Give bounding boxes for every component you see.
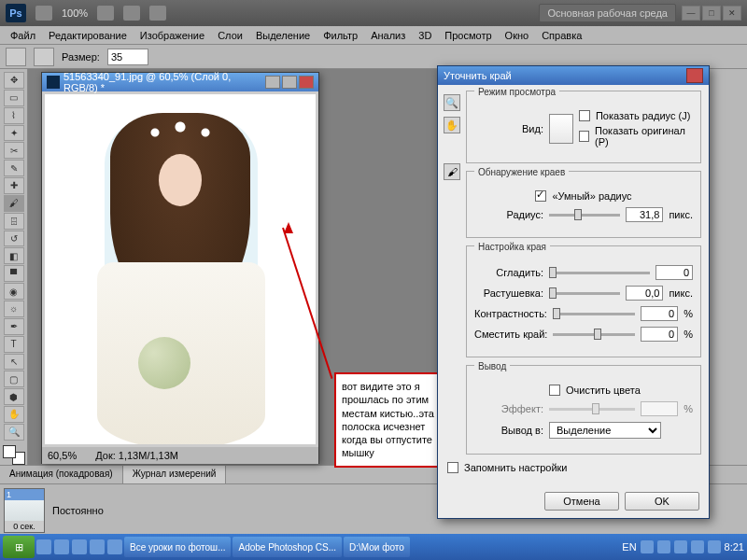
taskbar-item-browser[interactable]: Все уроки по фотош...	[124, 537, 231, 557]
zoom-mode-icon[interactable]: 🔍	[444, 94, 460, 111]
eyedropper-tool-icon[interactable]: ✎	[4, 160, 24, 176]
color-swatches[interactable]	[3, 445, 25, 465]
show-radius-checkbox[interactable]	[579, 110, 590, 121]
eraser-tool-icon[interactable]: ◧	[4, 247, 24, 264]
loop-option[interactable]: Постоянно	[52, 505, 104, 516]
brush-tool-icon[interactable]: 🖌	[4, 195, 24, 212]
clock[interactable]: 8:21	[725, 541, 744, 553]
path-select-tool-icon[interactable]: ↖	[4, 354, 24, 371]
menu-window[interactable]: Окно	[499, 30, 536, 41]
quicklaunch-icon[interactable]	[90, 539, 105, 554]
quick-select-tool-icon[interactable]: ✦	[4, 125, 24, 142]
doc-minimize-button[interactable]	[265, 76, 280, 89]
dodge-tool-icon[interactable]: ☼	[4, 301, 24, 317]
doc-close-button[interactable]	[299, 76, 314, 89]
smart-radius-checkbox[interactable]	[535, 190, 546, 202]
type-tool-icon[interactable]: T	[4, 336, 24, 353]
contrast-input[interactable]	[641, 306, 678, 321]
tool-preset-icon[interactable]	[6, 48, 26, 66]
minimize-button[interactable]: —	[682, 6, 700, 21]
menu-view[interactable]: Просмотр	[438, 30, 498, 41]
zoom-tool-icon[interactable]: 🔍	[4, 424, 24, 441]
zoom-preset[interactable]: 100%	[62, 7, 88, 19]
menu-layer[interactable]: Слои	[211, 30, 249, 41]
contrast-slider[interactable]	[553, 313, 635, 315]
tab-measurement-log[interactable]: Журнал измерений	[123, 466, 227, 483]
windows-taskbar: ⊞ Все уроки по фотош... Adobe Photoshop …	[0, 534, 747, 560]
dialog-close-button[interactable]	[686, 68, 703, 83]
menu-filter[interactable]: Фильтр	[317, 30, 364, 41]
feather-input[interactable]	[626, 286, 663, 301]
bridge-icon[interactable]	[35, 6, 52, 21]
doc-maximize-button[interactable]	[282, 76, 297, 89]
view-extras-icon[interactable]	[97, 6, 114, 21]
close-button[interactable]: ✕	[723, 6, 741, 21]
pen-tool-icon[interactable]: ✒	[4, 318, 24, 335]
remember-settings-checkbox[interactable]	[447, 462, 458, 473]
tab-animation[interactable]: Анимация (покадровая)	[0, 466, 123, 483]
gradient-tool-icon[interactable]: ▀	[4, 265, 24, 282]
cancel-button[interactable]: Отмена	[544, 492, 619, 511]
blur-tool-icon[interactable]: ◉	[4, 283, 24, 300]
image-subject-face	[159, 154, 202, 206]
tray-icon[interactable]	[708, 540, 721, 553]
hand-tool-icon[interactable]: ✋	[4, 406, 24, 423]
output-to-select[interactable]: Выделение	[549, 422, 661, 439]
move-tool-icon[interactable]: ✥	[4, 72, 24, 89]
quicklaunch-icon[interactable]	[72, 539, 87, 554]
animation-frame-1[interactable]: 1 0 сек.	[4, 488, 45, 533]
taskbar-item-photoshop[interactable]: Adobe Photoshop CS...	[233, 537, 342, 557]
menu-analysis[interactable]: Анализ	[364, 30, 412, 41]
smooth-input[interactable]	[655, 265, 693, 280]
zoom-level-status[interactable]: 60,5%	[48, 450, 77, 461]
taskbar-item-explorer[interactable]: D:\Мои фото	[344, 537, 410, 557]
tray-icon[interactable]	[691, 540, 704, 553]
shift-edge-input[interactable]	[641, 327, 678, 342]
radius-input[interactable]	[626, 207, 663, 222]
crop-tool-icon[interactable]: ✂	[4, 142, 24, 159]
canvas[interactable]	[45, 94, 316, 444]
view-preview-thumb[interactable]	[549, 114, 573, 144]
quicklaunch-icon[interactable]	[36, 539, 51, 554]
tray-icon[interactable]	[674, 540, 687, 553]
smooth-slider[interactable]	[549, 272, 650, 274]
shift-edge-slider[interactable]	[553, 333, 635, 336]
menu-help[interactable]: Справка	[535, 30, 588, 41]
healing-tool-icon[interactable]: ✚	[4, 177, 24, 194]
brush-size-input[interactable]	[107, 49, 148, 65]
shape-tool-icon[interactable]: ▢	[4, 371, 24, 387]
tray-icon[interactable]	[657, 540, 670, 553]
refine-brush-icon[interactable]: 🖌	[444, 163, 460, 180]
menu-edit[interactable]: Редактирование	[42, 30, 134, 41]
decontaminate-checkbox[interactable]	[549, 385, 560, 396]
screen-mode-icon[interactable]	[149, 6, 166, 21]
quicklaunch-icon[interactable]	[54, 539, 69, 554]
start-button[interactable]: ⊞	[3, 536, 35, 558]
3d-tool-icon[interactable]: ⬢	[4, 388, 24, 405]
workspace-switcher[interactable]: Основная рабочая среда	[539, 4, 676, 22]
fg-color-swatch[interactable]	[3, 445, 16, 458]
radius-slider[interactable]	[549, 214, 620, 217]
ok-button[interactable]: OK	[625, 492, 699, 511]
marquee-tool-icon[interactable]: ▭	[4, 90, 24, 106]
show-original-checkbox[interactable]	[579, 131, 589, 142]
brush-preview-icon[interactable]	[34, 48, 54, 66]
tray-icon[interactable]	[641, 540, 654, 553]
menu-3d[interactable]: 3D	[412, 30, 438, 41]
menu-select[interactable]: Выделение	[249, 30, 317, 41]
feather-slider[interactable]	[549, 292, 620, 295]
frame-duration[interactable]: 0 сек.	[5, 521, 44, 532]
language-indicator[interactable]: EN	[622, 541, 636, 553]
menu-file[interactable]: Файл	[4, 30, 42, 41]
shift-edge-label: Сместить край:	[474, 329, 547, 340]
stamp-tool-icon[interactable]: ⌹	[4, 213, 24, 230]
panel-dock[interactable]	[706, 69, 747, 465]
menu-image[interactable]: Изображение	[134, 30, 211, 41]
lasso-tool-icon[interactable]: ⌇	[4, 107, 24, 124]
maximize-button[interactable]: □	[702, 6, 721, 21]
arrange-docs-icon[interactable]	[123, 6, 140, 21]
show-original-label: Показать оригинал (P)	[595, 125, 693, 147]
history-brush-tool-icon[interactable]: ↺	[4, 231, 24, 247]
quicklaunch-icon[interactable]	[107, 539, 122, 554]
hand-mode-icon[interactable]: ✋	[444, 117, 460, 133]
